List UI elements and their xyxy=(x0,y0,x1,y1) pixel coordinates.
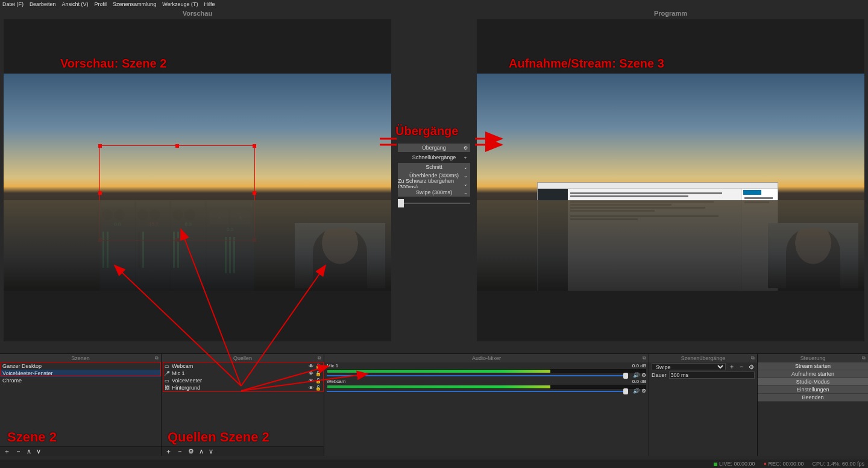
lock-icon[interactable]: 🔓 xyxy=(315,385,321,391)
speaker-icon[interactable]: 🔊 xyxy=(633,388,640,394)
scenes-dock: Szenen ⧉ Ganzer DesktopVoiceMeeter-Fenst… xyxy=(0,354,162,456)
menu-bar: Datei (F)BearbeitenAnsicht (V)ProfilSzen… xyxy=(0,0,868,8)
duration-label: Dauer xyxy=(652,372,667,378)
gear-icon[interactable]: ⚙ xyxy=(747,364,755,370)
down-icon[interactable]: ∨ xyxy=(36,447,41,455)
scenes-list[interactable]: Ganzer DesktopVoiceMeeter-FensterChrome xyxy=(0,362,161,446)
gear-icon[interactable]: ⚙ xyxy=(641,372,646,378)
sources-dock: Quellen ⧉ ▭Webcam👁🔓🎤Mic 1👁🔓▭VoiceMeeter👁… xyxy=(162,354,324,456)
source-row[interactable]: ▭Webcam👁🔓 xyxy=(162,362,324,370)
quick-transition-item[interactable]: Schnitt⌄ xyxy=(398,163,470,171)
channel-name: Mic 1 xyxy=(327,363,338,368)
quick-transition-item[interactable]: Zu Schwarz übergehen (300ms)⌄ xyxy=(398,180,470,188)
program-scene xyxy=(477,74,864,291)
lock-icon[interactable]: 🔓 xyxy=(315,371,321,376)
plus-icon[interactable]: ＋ xyxy=(463,154,468,161)
quick-transitions-label: Schnellübergänge ＋ xyxy=(398,153,470,162)
control-button[interactable]: Stream starten xyxy=(758,362,868,370)
control-button[interactable]: Aufnahme starten xyxy=(758,370,868,378)
controls-list: Stream startenAufnahme startenStudio-Mod… xyxy=(758,362,868,456)
add-icon[interactable]: ＋ xyxy=(165,447,172,456)
chevron-down-icon[interactable]: ⌄ xyxy=(464,165,468,170)
chevron-down-icon[interactable]: ⌄ xyxy=(464,182,468,187)
status-rec: ● REC: 00:00:00 xyxy=(763,461,804,467)
source-type-icon: ▭ xyxy=(164,378,170,384)
lock-icon[interactable]: 🔓 xyxy=(315,378,321,384)
quick-transition-item[interactable]: Swipe (300ms)⌄ xyxy=(398,188,470,197)
scene-row[interactable]: Ganzer Desktop xyxy=(0,362,161,370)
remove-icon[interactable]: － xyxy=(738,362,745,371)
menu-item[interactable]: Datei (F) xyxy=(2,1,24,7)
source-label: Mic 1 xyxy=(172,370,185,376)
menu-item[interactable]: Hilfe xyxy=(204,1,215,7)
menu-item[interactable]: Werkzeuge (T) xyxy=(162,1,198,7)
sources-toolbar: ＋ － ⚙ ∧ ∨ xyxy=(162,446,324,456)
mixer-dock-title: Audio-Mixer ⧉ xyxy=(324,354,649,362)
scene-row[interactable]: VoiceMeeter-Fenster xyxy=(0,370,161,377)
bottom-docks: Szenen ⧉ Ganzer DesktopVoiceMeeter-Fenst… xyxy=(0,353,868,456)
menu-item[interactable]: Ansicht (V) xyxy=(62,1,89,7)
tbar-slider[interactable] xyxy=(398,200,470,206)
popout-icon[interactable]: ⧉ xyxy=(751,355,755,361)
control-button[interactable]: Studio-Modus xyxy=(758,378,868,386)
visibility-icon[interactable]: 👁 xyxy=(309,378,313,384)
popout-icon[interactable]: ⧉ xyxy=(862,355,866,361)
plus-icon[interactable]: ＋ xyxy=(728,362,735,371)
up-icon[interactable]: ∧ xyxy=(27,447,31,455)
menu-item[interactable]: Szenensammlung xyxy=(113,1,156,7)
volume-slider[interactable]: 🔊⚙ xyxy=(327,374,646,378)
add-icon[interactable]: ＋ xyxy=(4,447,10,456)
volume-slider[interactable]: 🔊⚙ xyxy=(327,390,646,393)
menu-item[interactable]: Profil xyxy=(95,1,107,7)
browser-window-source xyxy=(537,182,778,291)
gear-icon[interactable]: ⚙ xyxy=(464,145,468,151)
channel-db: 0.0 dB xyxy=(632,379,646,384)
program-title: Programm xyxy=(473,8,868,19)
preview-viewport[interactable]: 0.0 -15.7 0.0 xyxy=(4,19,391,341)
scene-transitions-dock: Szenenübergänge ⧉ Swipe ＋ － ⚙ Dauer xyxy=(649,354,758,456)
channel-name: Webcam xyxy=(327,379,345,384)
source-type-icon: ▭ xyxy=(164,364,170,369)
down-icon[interactable]: ∨ xyxy=(209,447,213,455)
up-icon[interactable]: ∧ xyxy=(199,447,204,455)
speaker-icon[interactable]: 🔊 xyxy=(633,372,640,378)
remove-icon[interactable]: － xyxy=(177,447,183,456)
status-bar: LIVE: 00:00:00 ● REC: 00:00:00 CPU: 1.4%… xyxy=(0,460,868,468)
transition-button-label: Übergang xyxy=(422,145,446,151)
control-button[interactable]: Einstellungen xyxy=(758,386,868,394)
duration-input[interactable] xyxy=(669,372,755,379)
gear-icon[interactable]: ⚙ xyxy=(188,447,194,455)
transition-center: Übergang ⚙ Schnellübergänge ＋ Schnitt⌄Üb… xyxy=(395,8,473,345)
menu-item[interactable]: Bearbeiten xyxy=(30,1,56,7)
popout-icon[interactable]: ⧉ xyxy=(155,355,159,361)
controls-dock: Steuerung ⧉ Stream startenAufnahme start… xyxy=(758,354,868,456)
source-label: Hintergrund xyxy=(172,385,200,391)
chevron-down-icon[interactable]: ⌄ xyxy=(464,190,468,195)
preview-scene[interactable]: 0.0 -15.7 0.0 xyxy=(4,74,391,291)
volume-meter xyxy=(327,369,646,373)
status-cpu: CPU: 1.4%, 60.00 fps xyxy=(812,461,864,467)
webcam-source-preview[interactable] xyxy=(295,223,385,288)
voicemeeter-source[interactable]: 0.0 -15.7 0.0 xyxy=(100,200,254,291)
popout-icon[interactable]: ⧉ xyxy=(643,355,646,361)
mixer-list: Mic 10.0 dB🔊⚙Webcam0.0 dB🔊⚙ xyxy=(324,362,649,456)
preview-side: Vorschau 0.0 -15.7 xyxy=(0,8,395,345)
lock-icon[interactable]: 🔓 xyxy=(315,364,321,369)
popout-icon[interactable]: ⧉ xyxy=(318,355,321,361)
scene-row[interactable]: Chrome xyxy=(0,377,161,384)
source-row[interactable]: ▭VoiceMeeter👁🔓 xyxy=(162,377,324,384)
source-row[interactable]: 🖼Hintergrund👁🔓 xyxy=(162,384,324,391)
source-label: Webcam xyxy=(172,363,193,369)
source-label: VoiceMeeter xyxy=(172,378,202,384)
transition-select[interactable]: Swipe xyxy=(652,363,726,370)
visibility-icon[interactable]: 👁 xyxy=(309,371,313,376)
visibility-icon[interactable]: 👁 xyxy=(309,364,313,369)
sources-list[interactable]: ▭Webcam👁🔓🎤Mic 1👁🔓▭VoiceMeeter👁🔓🖼Hintergr… xyxy=(162,362,324,446)
control-button[interactable]: Beenden xyxy=(758,394,868,402)
mixer-channel: Mic 10.0 dB🔊⚙ xyxy=(324,362,649,378)
remove-icon[interactable]: － xyxy=(15,447,22,456)
visibility-icon[interactable]: 👁 xyxy=(309,385,313,391)
gear-icon[interactable]: ⚙ xyxy=(641,388,646,394)
transition-button[interactable]: Übergang ⚙ xyxy=(398,144,470,152)
source-row[interactable]: 🎤Mic 1👁🔓 xyxy=(162,370,324,377)
